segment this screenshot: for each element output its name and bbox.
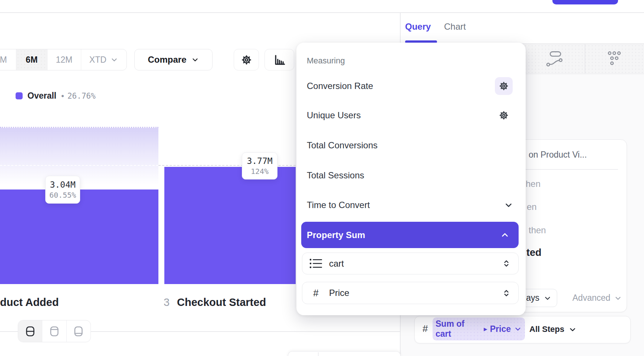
funnel-bar-product-added[interactable] bbox=[0, 189, 158, 284]
chart-settings-button[interactable] bbox=[234, 49, 259, 70]
hash-symbol: # bbox=[423, 323, 428, 334]
list-icon bbox=[309, 258, 323, 269]
time-range-control: M 6M 12M XTD bbox=[0, 49, 127, 70]
layout-split-button[interactable] bbox=[18, 320, 42, 342]
dots-grid-icon bbox=[606, 50, 623, 67]
chart-type-button[interactable] bbox=[264, 49, 294, 70]
legend-series-name: Overall bbox=[27, 91, 56, 101]
chevron-down-icon bbox=[191, 56, 199, 64]
property-event-selector[interactable]: cart bbox=[302, 253, 519, 274]
legend-color-swatch bbox=[16, 92, 23, 99]
chevron-down-icon bbox=[110, 56, 118, 64]
layout-top-icon bbox=[49, 326, 59, 337]
legend-series-value: • 26.76% bbox=[61, 91, 96, 101]
legend-item-overall[interactable]: Overall • 26.76% bbox=[16, 91, 96, 101]
menu-item-total-sessions[interactable]: Total Sessions bbox=[307, 170, 364, 181]
hash-symbol: # bbox=[309, 287, 323, 299]
step-label-product-added: duct Added bbox=[0, 296, 59, 309]
step-number-3: 3 bbox=[164, 296, 170, 309]
layout-bottom-icon bbox=[73, 326, 83, 337]
time-range-option-partial[interactable]: M bbox=[0, 49, 16, 70]
reference-dashed-line bbox=[0, 165, 158, 166]
stepper-icon bbox=[502, 288, 511, 298]
steps-card-header-fragment: on Product Vi... bbox=[529, 150, 587, 160]
menu-item-conversion-rate[interactable]: Conversion Rate bbox=[307, 81, 373, 91]
unique-users-settings-button[interactable] bbox=[495, 106, 513, 124]
layout-toggle-group bbox=[18, 320, 91, 342]
measuring-menu-popup: Measuring Conversion Rate Unique Users T… bbox=[296, 43, 526, 315]
then-connector-fragment: hen bbox=[526, 179, 540, 189]
breakdown-tool-button[interactable] bbox=[603, 47, 626, 70]
topbar-divider bbox=[0, 12, 644, 13]
bar-chart-icon bbox=[273, 54, 286, 66]
menu-item-property-sum-selected[interactable]: Property Sum bbox=[301, 222, 519, 248]
gear-icon bbox=[241, 54, 252, 66]
gear-icon bbox=[499, 110, 509, 121]
stepper-icon bbox=[502, 258, 511, 268]
advanced-dropdown[interactable]: Advanced bbox=[572, 293, 622, 303]
then-connector-fragment: en bbox=[527, 202, 537, 212]
analytics-app: M 6M 12M XTD Compare Overall bbox=[0, 0, 644, 356]
sum-of-cart-price-dropdown[interactable]: Sum of cart ▸ Price bbox=[433, 317, 525, 340]
time-range-option-6m[interactable]: 6M bbox=[16, 49, 48, 70]
tab-chart[interactable]: Chart bbox=[444, 22, 466, 32]
primary-action-button[interactable] bbox=[552, 0, 618, 4]
layout-split-icon bbox=[25, 326, 35, 337]
time-range-option-xtd[interactable]: XTD bbox=[81, 49, 126, 70]
menu-title: Measuring bbox=[307, 56, 345, 66]
chevron-down-icon bbox=[614, 294, 622, 302]
value-card-checkout-started: 3.77M 124% bbox=[242, 152, 277, 179]
toolbar-cell-divider bbox=[585, 44, 585, 73]
all-steps-dropdown[interactable]: All Steps bbox=[529, 320, 577, 339]
menu-item-unique-users[interactable]: Unique Users bbox=[307, 110, 361, 121]
layout-top-button[interactable] bbox=[42, 320, 66, 342]
chevron-down-icon bbox=[568, 325, 577, 334]
gear-icon bbox=[499, 81, 509, 91]
detail-table-peek bbox=[288, 351, 401, 356]
menu-item-time-to-convert[interactable]: Time to Convert bbox=[307, 200, 370, 210]
triangle-right-icon: ▸ bbox=[484, 326, 487, 332]
property-name-selector[interactable]: # Price bbox=[302, 282, 519, 304]
chevron-down-icon bbox=[543, 294, 552, 302]
flows-tool-button[interactable] bbox=[542, 47, 566, 70]
chevron-up-icon bbox=[500, 230, 510, 240]
time-range-option-12m[interactable]: 12M bbox=[47, 49, 81, 70]
chevron-down-icon bbox=[504, 200, 513, 210]
funnel-bar-checkout-started[interactable] bbox=[164, 167, 296, 284]
step-label-checkout-started: Checkout Started bbox=[177, 296, 266, 309]
compare-button[interactable]: Compare bbox=[134, 49, 213, 70]
step-name-fragment: ted bbox=[526, 247, 542, 258]
detail-table-peek-divider bbox=[318, 352, 319, 356]
chevron-down-icon bbox=[514, 325, 522, 333]
value-card-product-added: 3.04M 60.55% bbox=[45, 176, 80, 204]
layout-bottom-button[interactable] bbox=[67, 320, 91, 342]
then-connector-fragment: then bbox=[529, 225, 546, 235]
menu-item-total-conversions[interactable]: Total Conversions bbox=[307, 140, 378, 151]
flows-icon bbox=[545, 50, 564, 67]
conversion-rate-settings-button[interactable] bbox=[495, 77, 513, 95]
tab-query[interactable]: Query bbox=[405, 22, 431, 32]
